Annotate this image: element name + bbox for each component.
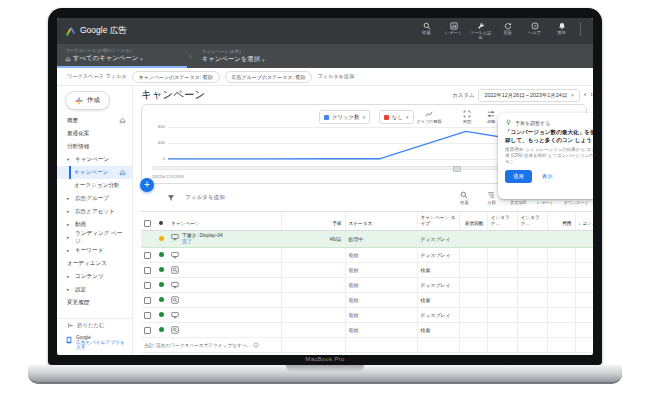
active-status-dot xyxy=(159,267,164,272)
sidebar-section-content[interactable]: ▸コンテンツ xyxy=(57,270,132,283)
table-row[interactable]: 有効 ディスプレイ xyxy=(141,278,593,293)
sidebar-section-keywords[interactable]: ▸キーワード xyxy=(57,244,132,257)
previous-period-button[interactable]: ‹ xyxy=(584,91,587,99)
date-range-selector[interactable]: 2022年12月26日～2023年1月24日 ▾ xyxy=(478,89,579,102)
expand-icon xyxy=(463,110,471,118)
refresh-button[interactable]: 更新 xyxy=(495,22,520,36)
workspace-caption: ワークスペース (2 個のフィルタ) xyxy=(65,48,179,53)
sidebar-section-ads-assets[interactable]: ▸広告とアセット xyxy=(57,205,132,218)
search-icon xyxy=(171,266,179,274)
tools-icon xyxy=(477,22,485,30)
select-all-checkbox[interactable] xyxy=(144,220,151,227)
tools-settings-button[interactable]: ツールと設定 xyxy=(468,22,493,41)
table-add-filter-link[interactable]: フィルタを追加 xyxy=(185,194,225,202)
phone-app-icon xyxy=(65,336,73,344)
table-row[interactable]: 有効 検索 xyxy=(141,263,593,278)
laptop-bezel: Google 広告 検索 レポート ツールと設定 xyxy=(48,8,602,365)
help-button[interactable]: ? ヘルプ xyxy=(522,22,547,36)
row-checkbox[interactable] xyxy=(144,297,151,304)
help-icon: ? xyxy=(531,22,539,30)
sidebar-item-change-history[interactable]: 変更履歴 xyxy=(57,296,132,309)
campaign-status-filter-pill[interactable]: キャンペーンのステータス: 有効 xyxy=(132,71,220,83)
column-campaign-type[interactable]: キャンペーン タイプ xyxy=(417,212,459,230)
promo-line2: 広告モバイルアプリを入手 xyxy=(76,340,126,352)
filter-icon[interactable] xyxy=(167,194,175,202)
table-row-draft-campaign[interactable]: 下書き: Display-04 完了 ¥6/日 処理中 ディスプレイ xyxy=(141,230,593,247)
column-budget[interactable]: 予算 xyxy=(281,212,345,230)
column-status[interactable]: ステータス xyxy=(345,212,417,230)
chart-type-button[interactable]: グラフの種類 xyxy=(414,110,444,124)
row-checkbox[interactable] xyxy=(144,312,151,319)
sidebar-item-campaigns[interactable]: キャンペーン xyxy=(57,166,132,179)
active-status-dot xyxy=(159,327,164,332)
status-cell: 有効 xyxy=(345,263,417,278)
sidebar-item-insights[interactable]: 分析情報 xyxy=(57,140,132,153)
campaign-name[interactable]: 下書き: Display-04 xyxy=(182,233,223,239)
table-search-button[interactable]: 検索 xyxy=(455,191,473,205)
sidebar-section-ad-groups[interactable]: ▸広告グループ xyxy=(57,192,132,205)
table-row[interactable]: 有効 検索 xyxy=(141,293,593,308)
view-recommendation-button[interactable]: 表示 xyxy=(540,171,555,182)
row-checkbox[interactable] xyxy=(144,282,151,289)
google-ads-logo[interactable]: Google 広告 xyxy=(65,25,127,37)
primary-metric-selector[interactable]: クリック数 ▾ xyxy=(319,110,370,124)
search-button[interactable]: 検索 xyxy=(414,22,439,36)
sidebar-section-landing-pages[interactable]: ▸ランディング ページ xyxy=(57,231,132,244)
sidebar-section-settings[interactable]: ▸設定 xyxy=(57,283,132,296)
column-conversions-sorted[interactable]: ↓ コン… xyxy=(575,212,593,230)
campaign-selector[interactable]: キャンペーン (6 件) キャンペーンを選択 ▾ xyxy=(194,44,273,68)
status-cell: 有効 xyxy=(345,293,417,308)
column-interactions[interactable]: インタラク… xyxy=(487,212,517,230)
create-button[interactable]: 作成 xyxy=(65,91,110,110)
mobile-app-promo[interactable]: Google 広告モバイルアプリを入手 xyxy=(57,332,132,354)
slider-handle[interactable] xyxy=(453,166,461,172)
budget-cell: ¥6/日 xyxy=(281,230,345,247)
chevron-down-icon: ▾ xyxy=(571,92,574,98)
next-period-button[interactable]: › xyxy=(590,91,593,99)
column-cost[interactable]: 費用 xyxy=(547,212,575,230)
table-row[interactable]: 有効 検索 xyxy=(141,323,593,338)
home-icon xyxy=(119,117,126,124)
collapse-nav-button[interactable]: 折りたたむ xyxy=(57,318,132,332)
column-interaction-rate[interactable]: インタラク… xyxy=(517,212,547,230)
column-impressions[interactable]: 表示回数 xyxy=(459,212,487,230)
secondary-metric-selector[interactable]: なし ▾ xyxy=(379,110,414,124)
sidebar-item-overview[interactable]: 概要 xyxy=(57,114,132,127)
info-icon[interactable] xyxy=(253,342,259,348)
status-cell: 有効 xyxy=(345,248,417,263)
notifications-button[interactable]: 通知 xyxy=(549,22,574,36)
campaign-value: キャンペーンを選択 xyxy=(202,55,260,64)
sidebar-item-auction-insights[interactable]: オークション分析 xyxy=(57,179,132,192)
report-button[interactable]: レポート xyxy=(441,22,466,36)
sidebar-item-audiences[interactable]: オーディエンス xyxy=(57,257,132,270)
home-icon xyxy=(65,56,71,62)
caret-right-icon: ▸ xyxy=(67,274,72,279)
finish-draft-link[interactable]: 完了 xyxy=(182,239,223,245)
new-campaign-button[interactable]: + xyxy=(140,178,154,192)
row-checkbox[interactable] xyxy=(144,252,151,259)
status-dot-icon xyxy=(159,221,163,225)
sidebar-section-campaigns[interactable]: ▾キャンペーン xyxy=(57,153,132,166)
refresh-icon xyxy=(504,22,512,30)
segment-icon xyxy=(487,191,495,199)
row-checkbox[interactable] xyxy=(144,327,151,334)
active-status-dot xyxy=(159,297,164,302)
total-label: 合計: 現在のワークスペースでアクティブなすべ… xyxy=(144,343,251,348)
type-cell: ディスプレイ xyxy=(417,230,459,247)
caret-right-icon: ▸ xyxy=(67,287,72,292)
adgroup-status-filter-pill[interactable]: 広告グループのステータス: 有効 xyxy=(225,71,313,83)
apply-recommendation-button[interactable]: 適用 xyxy=(505,170,532,183)
table-row[interactable]: 有効 ディスプレイ xyxy=(141,248,593,263)
workspace-filter-bar: ワークスペース フィルタ キャンペーンのステータス: 有効 広告グループのステー… xyxy=(57,68,593,86)
row-checkbox[interactable] xyxy=(144,267,151,274)
workspace-selector[interactable]: ワークスペース (2 個のフィルタ) すべてのキャンペーン ▾ xyxy=(57,44,187,68)
table-row[interactable]: 有効 ディスプレイ xyxy=(141,308,593,323)
sidebar-item-recommendations[interactable]: 最適化案 xyxy=(57,127,132,140)
active-status-dot xyxy=(159,252,164,257)
column-campaign[interactable]: キャンペーン xyxy=(168,212,281,230)
top-app-bar: Google 広告 検索 レポート ツールと設定 xyxy=(57,18,593,44)
macbook-mockup: Google 広告 検索 レポート ツールと設定 xyxy=(0,0,650,400)
active-status-dot xyxy=(159,312,164,317)
add-workspace-filter-link[interactable]: フィルタを追加 xyxy=(317,73,354,80)
metric-color-swatch xyxy=(384,115,389,120)
